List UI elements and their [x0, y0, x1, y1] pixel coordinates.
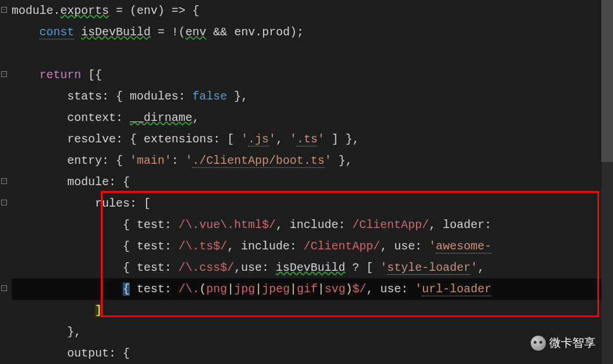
token-iden-wavy: env	[185, 25, 206, 39]
token-str-u: .ts	[297, 133, 318, 146]
token-prop: test:	[130, 282, 178, 296]
token-regex-bar: |	[227, 282, 234, 296]
token-str: '	[324, 154, 331, 167]
token-regex: /ClientApp/	[304, 240, 380, 253]
token-punc: .	[255, 25, 262, 39]
token-punc: = !(	[151, 25, 185, 39]
token-str: '	[318, 133, 324, 146]
fold-marker-icon[interactable]: −	[1, 178, 7, 184]
token-punc: ] },	[324, 133, 359, 146]
token-regex-bar: (	[199, 282, 206, 296]
token-prop: , include:	[276, 218, 352, 231]
code-line[interactable]: return [{	[12, 64, 613, 86]
fold-marker-icon[interactable]: −	[1, 71, 7, 77]
code-line[interactable]: resolve: { extensions: [ '.js', '.ts' ] …	[12, 128, 613, 150]
token-regex: /\.vue\.html$/	[178, 218, 276, 231]
token-iden-wavy: isDevBuild	[81, 25, 151, 39]
fold-marker-icon[interactable]: −	[1, 7, 7, 13]
token-str-u: style-loader	[387, 261, 470, 275]
code-line[interactable]: { test: /\.ts$/, include: /ClientApp/, u…	[12, 236, 613, 257]
token-kw-return: return	[39, 68, 81, 82]
token-prop: stats: { modules:	[67, 90, 192, 103]
token-prop: { test:	[123, 261, 178, 274]
token-prop: ,use:	[234, 261, 276, 274]
token-punc: = (	[109, 4, 137, 17]
token-regex: /\.css$/	[178, 261, 234, 274]
token-str: '	[429, 240, 436, 253]
token-punc: [{	[81, 68, 102, 82]
code-line[interactable]: output: {	[12, 343, 613, 364]
scrollbar-vertical[interactable]	[601, 0, 613, 364]
token-prop: output: {	[67, 347, 130, 360]
token-str-u: url-loader	[422, 282, 491, 296]
token-iden-wavy: exports	[60, 4, 109, 17]
token-iden-wavy: __dirname	[130, 111, 192, 124]
code-area[interactable]: module.exports = (env) => { const isDevB…	[9, 0, 613, 364]
token-regex-bar: )	[345, 282, 352, 296]
token-iden-wavy: isDevBuild	[276, 261, 345, 274]
token-prop: rules: [	[95, 197, 151, 210]
wechat-icon	[531, 336, 546, 351]
watermark: 微卡智享	[531, 332, 596, 354]
token-str: '	[380, 261, 387, 274]
code-editor[interactable]: −−−−− module.exports = (env) => { const …	[0, 0, 613, 364]
token-sel-start: {	[123, 282, 130, 296]
token-punc: ) => {	[158, 4, 199, 17]
token-punc: },	[331, 154, 352, 167]
token-regex-bar: |	[255, 282, 262, 296]
code-line[interactable]: { test: /\.css$/,use: isDevBuild ? [ 'st…	[12, 257, 613, 278]
token-str: '	[269, 133, 276, 146]
token-prop: , loader:	[429, 218, 491, 231]
token-prop: , include:	[227, 240, 304, 253]
code-line[interactable]: module: {	[12, 171, 613, 193]
token-regex-bar: |	[290, 282, 297, 296]
token-punc: .	[53, 4, 60, 17]
token-punc: ,	[477, 261, 484, 274]
code-line[interactable]: { test: /\.vue\.html$/, include: /Client…	[12, 214, 613, 236]
token-prop: { test:	[123, 218, 178, 231]
token-str-u: .js	[248, 133, 269, 146]
token-punc: :	[172, 154, 185, 167]
watermark-text: 微卡智享	[549, 332, 596, 354]
code-line[interactable]: rules: [	[12, 193, 613, 214]
token-iden: env	[137, 4, 158, 17]
token-punc: },	[227, 90, 248, 103]
token-prop: , use:	[366, 282, 415, 296]
code-line[interactable]: module.exports = (env) => {	[12, 0, 613, 21]
token-str: '	[290, 133, 297, 146]
code-line[interactable]: context: __dirname,	[12, 107, 613, 128]
token-str-u: ./ClientApp/boot.ts	[192, 154, 324, 168]
token-punc: ? [	[345, 261, 380, 274]
fold-gutter[interactable]: −−−−−	[0, 0, 9, 364]
code-line[interactable]	[12, 43, 613, 64]
fold-marker-icon[interactable]: −	[1, 200, 7, 205]
token-prop: entry: {	[67, 154, 130, 167]
token-str: 'main'	[130, 154, 172, 167]
token-kw-const: const	[39, 25, 74, 39]
code-line[interactable]: },	[12, 321, 613, 343]
token-prop: context:	[67, 111, 130, 124]
code-line[interactable]: const isDevBuild = !(env && env.prod);	[12, 21, 613, 43]
token-punc: );	[290, 25, 304, 39]
code-line[interactable]: entry: { 'main': './ClientApp/boot.ts' }…	[12, 150, 613, 171]
token-punc: ,	[192, 111, 199, 124]
token-prop: resolve: { extensions: [	[67, 133, 241, 146]
token-str: '	[185, 154, 192, 167]
code-line[interactable]: ]	[12, 300, 613, 321]
fold-marker-icon[interactable]: −	[1, 285, 7, 291]
token-punc: },	[67, 325, 81, 339]
token-iden: module	[12, 4, 53, 17]
token-regex: /ClientApp/	[352, 218, 429, 231]
code-line[interactable]: stats: { modules: false },	[12, 86, 613, 107]
scrollbar-thumb[interactable]	[601, 0, 613, 162]
token-bracket-yellow: ]	[95, 304, 102, 317]
token-prop: { test:	[123, 240, 178, 253]
token-str: '	[241, 133, 248, 146]
token-str-u: awesome-	[436, 240, 491, 253]
token-punc: ,	[276, 133, 290, 146]
code-line[interactable]: { test: /\.(png|jpg|jpeg|gif|svg)$/, use…	[12, 278, 613, 300]
token-regex: /\.	[178, 282, 199, 296]
token-regex: gif	[297, 282, 318, 296]
token-iden: prod	[262, 25, 290, 39]
token-iden: env	[234, 25, 255, 39]
